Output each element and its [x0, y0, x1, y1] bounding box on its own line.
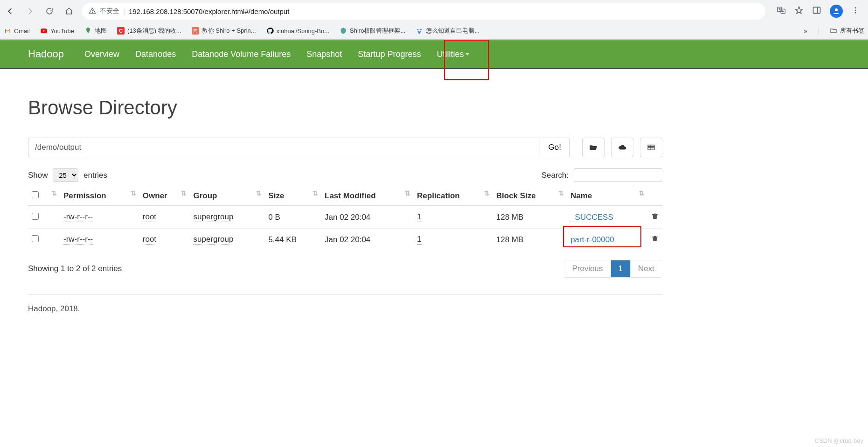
youtube-icon [40, 27, 48, 35]
svg-point-9 [855, 12, 856, 14]
nav-utilities[interactable]: Utilities [437, 49, 469, 59]
nav-volume-failures[interactable]: Datanode Volume Failures [192, 49, 291, 59]
svg-point-12 [417, 29, 418, 30]
forward-button[interactable] [23, 5, 36, 18]
paw-icon [416, 27, 423, 35]
file-table: ⇅ Permission⇅ Owner⇅ Group⇅ Size⇅ Last M… [28, 187, 662, 251]
cell-permission[interactable]: -rw-r--r-- [63, 235, 93, 244]
brand-link[interactable]: Hadoop [28, 48, 64, 60]
svg-rect-21 [652, 214, 658, 215]
csdn-icon: C [117, 27, 125, 35]
col-owner[interactable]: Owner⇅ [139, 187, 190, 206]
translate-icon[interactable] [777, 6, 786, 17]
path-input[interactable] [28, 138, 540, 157]
col-modified[interactable]: Last Modified⇅ [321, 187, 413, 206]
insecure-label: 不安全 [100, 7, 119, 15]
pagination: Previous 1 Next [564, 260, 662, 278]
bookmark-github[interactable]: xiuhuai/Spring-Bo... [266, 27, 329, 35]
entries-control: Show 25 entries [28, 168, 107, 182]
svg-point-8 [855, 10, 856, 11]
cell-blocksize: 128 MB [493, 229, 567, 251]
select-all-checkbox[interactable] [32, 191, 39, 198]
col-replication[interactable]: Replication⇅ [413, 187, 493, 206]
browser-chrome: 不安全 | 192.168.208.128:50070/explorer.htm… [0, 0, 868, 40]
new-folder-button[interactable] [640, 138, 662, 157]
cell-owner[interactable]: root [143, 212, 156, 222]
search-control: Search: [542, 168, 662, 182]
warning-icon [89, 7, 96, 16]
cell-group[interactable]: supergroup [193, 235, 233, 244]
cell-modified: Jan 02 20:04 [321, 206, 413, 229]
url-text: 192.168.208.128:50070/explorer.html#/dem… [129, 7, 289, 15]
cell-owner[interactable]: root [143, 235, 156, 244]
cell-name-link[interactable]: _SUCCESS [570, 213, 613, 222]
cell-group[interactable]: supergroup [193, 212, 233, 222]
star-icon[interactable] [794, 6, 804, 17]
cell-permission[interactable]: -rw-r--r-- [63, 212, 93, 222]
jianshu-icon: 简 [192, 27, 199, 35]
cell-size: 0 B [264, 206, 321, 229]
entries-select[interactable]: 25 [53, 168, 78, 182]
svg-point-13 [420, 29, 422, 30]
col-blocksize[interactable]: Block Size⇅ [493, 187, 567, 206]
prev-button[interactable]: Previous [564, 260, 610, 277]
address-bar[interactable]: 不安全 | 192.168.208.128:50070/explorer.htm… [82, 3, 765, 20]
github-icon [266, 27, 274, 35]
cell-replication[interactable]: 1 [417, 212, 421, 222]
bookmark-shiro[interactable]: Shiro权限管理框架... [340, 27, 405, 35]
delete-icon[interactable] [651, 213, 659, 222]
folder-icon [830, 27, 837, 35]
bookmark-jianshu[interactable]: 简教你 Shiro + Sprin... [192, 27, 256, 35]
reload-button[interactable] [43, 5, 56, 18]
bookmark-gmail[interactable]: Gmail [4, 27, 30, 35]
col-size[interactable]: Size⇅ [264, 187, 321, 206]
col-group[interactable]: Group⇅ [189, 187, 264, 206]
home-button[interactable] [62, 5, 76, 18]
nav-startup-progress[interactable]: Startup Progress [358, 49, 421, 59]
table-row: -rw-r--r-- root supergroup 0 B Jan 02 20… [28, 206, 662, 229]
overflow-icon[interactable]: » [804, 28, 807, 35]
hadoop-navbar: Hadoop Overview Datanodes Datanode Volum… [0, 40, 868, 69]
bookmark-csdn[interactable]: C(13条消息) 我的收... [117, 27, 181, 35]
bookmark-maps[interactable]: 地图 [84, 27, 107, 35]
cell-name-link[interactable]: part-r-00000 [570, 235, 614, 244]
sidepanel-icon[interactable] [812, 6, 821, 17]
sort-icon[interactable]: ⇅ [51, 191, 57, 195]
bookmark-youtube[interactable]: YouTube [40, 27, 74, 35]
page-title: Browse Directory [28, 97, 662, 119]
bookmarks-bar: Gmail YouTube 地图 C(13条消息) 我的收... 简教你 Shi… [0, 22, 868, 39]
col-name[interactable]: Name⇅ [567, 187, 647, 206]
all-bookmarks[interactable]: 所有书签 [830, 27, 864, 35]
svg-point-7 [855, 7, 856, 8]
nav-snapshot[interactable]: Snapshot [306, 49, 342, 59]
cell-replication[interactable]: 1 [417, 235, 421, 244]
svg-point-11 [88, 29, 89, 30]
footer-text: Hadoop, 2018. [28, 304, 662, 314]
svg-rect-4 [813, 7, 820, 13]
menu-icon[interactable] [851, 6, 860, 16]
profile-avatar[interactable] [830, 5, 843, 18]
next-button[interactable]: Next [630, 260, 662, 277]
bookmark-paw[interactable]: 怎么知道自己电脑... [416, 27, 479, 35]
cell-size: 5.44 KB [264, 229, 321, 251]
maps-icon [84, 27, 92, 35]
col-permission[interactable]: Permission⇅ [60, 187, 139, 206]
go-button[interactable]: Go! [540, 138, 570, 157]
nav-datanodes[interactable]: Datanodes [135, 49, 176, 59]
svg-point-1 [92, 12, 92, 12]
delete-icon[interactable] [651, 236, 659, 244]
open-folder-button[interactable] [582, 138, 604, 157]
upload-button[interactable] [611, 138, 633, 157]
page-container: Browse Directory Go! Show 25 entries Sea… [0, 69, 690, 328]
cell-modified: Jan 02 20:04 [321, 229, 413, 251]
row-checkbox[interactable] [32, 235, 39, 242]
back-button[interactable] [4, 5, 17, 18]
search-input[interactable] [574, 168, 662, 182]
svg-point-6 [835, 8, 838, 11]
nav-overview[interactable]: Overview [84, 49, 119, 59]
table-info: Showing 1 to 2 of 2 entries [28, 264, 122, 273]
row-checkbox[interactable] [32, 213, 39, 220]
page-number[interactable]: 1 [611, 260, 630, 277]
gmail-icon [4, 27, 11, 35]
cell-blocksize: 128 MB [493, 206, 567, 229]
